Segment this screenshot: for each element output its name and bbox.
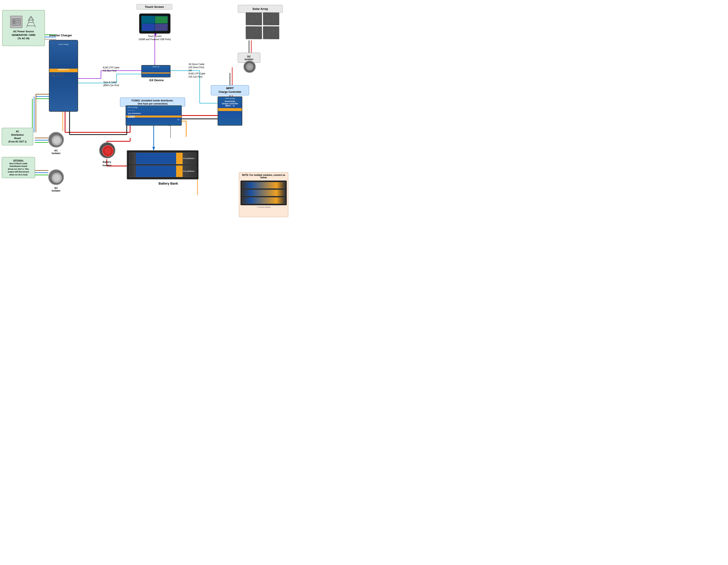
generator-icon [10, 16, 22, 28]
battery-bank-label: Battery Bank [146, 182, 191, 185]
solar-array-panels [246, 12, 279, 39]
svg-rect-53 [16, 20, 20, 21]
rj45-cable-label: RJ45 UTP Cable(VE.Bus Port) [103, 66, 120, 72]
battery-unit-1: PYLONTECH [129, 153, 196, 164]
ac-isolator-2-label: ACIsolator [45, 187, 67, 192]
gx-device-label: GX Device [140, 79, 173, 82]
ac-isolator-1-label: ACIsolator [45, 149, 67, 155]
fuses-label-box: FUSES: (installed inside distributor.One… [120, 98, 185, 107]
battery-isolator-inner [102, 145, 114, 157]
touch-screen-label-top: Touch Screen [136, 4, 172, 10]
inverter-charger-label: Inverter Charger [49, 34, 72, 37]
ac-isolator-1-inner [52, 135, 62, 146]
battery-isolator-label: BatteryIsolator [95, 160, 119, 167]
gx-device-img: Cerbo GX [141, 65, 171, 77]
mppt-label-box: MPPTCharge Controller [211, 85, 249, 95]
ac-isolator-2-inner [52, 173, 62, 183]
solar-array-label-box: Solar Array [238, 5, 283, 13]
diagram-container: AC Power Source GENERATOR / GRID (To AC … [0, 0, 292, 226]
ac-source-label: AC Power Source GENERATOR / GRID (To AC … [12, 30, 35, 40]
battery-isolator-outer [99, 142, 115, 158]
battery-bank-device: PYLONTECH PYLONTECH [127, 150, 199, 179]
solar-panel-4 [263, 26, 279, 39]
ac-dist-board-2: OPTIONAL Non-Critical LoadsDistribution … [2, 157, 35, 178]
ts-to-gx-arrow [154, 34, 157, 36]
svg-rect-52 [13, 20, 15, 24]
solar-array-label: Solar Array [252, 7, 268, 11]
touch-screen-device [139, 13, 171, 34]
dc-isolator-device [243, 61, 256, 73]
solar-panel-3 [246, 26, 262, 39]
power-tower-icon [25, 16, 37, 28]
ac-power-source-box: AC Power Source GENERATOR / GRID (To AC … [2, 10, 45, 46]
svg-rect-54 [16, 22, 20, 23]
type-a-cable-label: Type A Cable(BMS-Can Port) [103, 81, 119, 87]
multiple-modules-note: NOTE: For multiple modules, connect as b… [239, 172, 288, 217]
mppt-device: victron energy SmartSolarcharge controll… [218, 96, 242, 126]
battery-unit-2: PYLONTECH [129, 165, 196, 177]
solar-panel-2 [263, 12, 279, 25]
svg-marker-45 [152, 147, 155, 150]
lynx-distributor-device: victron energy ● ● ● ● lynx distributor … [126, 105, 182, 126]
inverter-charger-device: victron energy MultiPlus-II charger inve… [49, 40, 78, 112]
ve-direct-label: VE.Direct Cable(VE.Direct Port)ORRJ45 UT… [188, 63, 205, 79]
ac-dist-board-1: ACDistributionBoard(From AC OUT 1) [2, 128, 33, 145]
solar-panel-1 [246, 12, 262, 25]
ac-isolator-2-outer [48, 169, 64, 185]
ac-isolator-1-outer [48, 132, 64, 148]
